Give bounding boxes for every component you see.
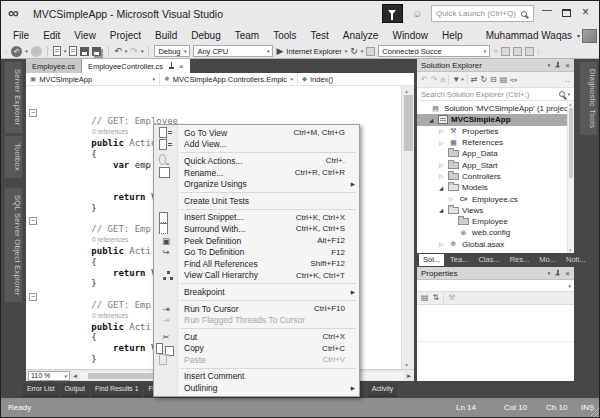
menu-item[interactable]: Analyze (336, 28, 386, 43)
menu-item[interactable]: Build (148, 28, 184, 43)
minimize-button[interactable]: — (542, 4, 552, 15)
expander-icon[interactable]: ▷ (439, 140, 448, 146)
scrollbar-thumb[interactable] (404, 95, 413, 151)
properties-toolbar-icon[interactable]: ⚒ (448, 294, 455, 302)
bottom-panel-tab[interactable]: Find Results 1 (91, 383, 142, 397)
quick-launch-input[interactable]: Quick Launch (Ctrl+Q) (431, 5, 534, 22)
bottom-panel-tab[interactable]: Activity (368, 383, 398, 397)
scrollbar-thumb[interactable] (569, 108, 573, 178)
refresh-caret-icon[interactable]: ▾ (361, 48, 364, 54)
window-position-caret-icon[interactable]: ▾ (548, 62, 551, 68)
find-in-files-icon[interactable] (501, 47, 510, 56)
document-tab-employeecontroller[interactable]: EmployeeController.cs × (82, 59, 190, 73)
tool-window-tab[interactable]: Sol... (419, 254, 444, 266)
navigate-back-caret-icon[interactable]: ▾ (25, 48, 28, 54)
scroll-down-icon[interactable]: ▾ (569, 247, 572, 253)
menu-item[interactable]: View (67, 28, 103, 43)
solution-explorer-toolbar-icon[interactable]: ▾ (461, 77, 464, 82)
undo-icon[interactable]: ↶ (114, 47, 122, 56)
scroll-down-icon[interactable]: ▾ (405, 361, 408, 368)
comment-icon[interactable] (513, 47, 522, 56)
context-menu-item[interactable]: Create Unit Tests (154, 195, 359, 207)
feedback-smiley-icon[interactable]: ☺ (412, 8, 422, 19)
expander-icon[interactable]: ▷ (449, 196, 458, 202)
solution-explorer-toolbar-icon[interactable]: ⊟ (490, 76, 497, 84)
save-all-icon[interactable] (92, 47, 101, 56)
bookmark-icon[interactable] (525, 47, 534, 56)
expander-icon[interactable]: ◢ (439, 185, 448, 191)
close-button[interactable]: × (582, 5, 589, 19)
member-dropdown[interactable]: ◆ Index() (298, 73, 414, 85)
menu-item[interactable]: Help (435, 28, 470, 43)
context-menu-item[interactable]: ⇥ Run Flagged Threads To Cursor (154, 314, 359, 326)
filter-button[interactable] (382, 4, 403, 23)
menu-item[interactable]: Edit (36, 28, 67, 43)
solution-explorer-toolbar-icon[interactable]: ↻ (480, 76, 487, 84)
tool-window-tab[interactable]: Mo... (535, 254, 560, 266)
close-panel-icon[interactable]: × (565, 269, 570, 278)
tree-row[interactable]: ◢ MVCSimpleApp (417, 114, 574, 125)
menu-item[interactable]: Debug (184, 28, 227, 43)
context-menu-item[interactable]: ↪ Go To Definition F12 (154, 246, 359, 258)
open-file-icon[interactable] (69, 46, 77, 56)
window-position-caret-icon[interactable]: ▾ (548, 270, 551, 276)
context-menu-item[interactable]: ⇥ Run To Cursor Ctrl+F10 (154, 303, 359, 315)
context-menu-item[interactable]: Copy Ctrl+C (154, 343, 359, 355)
expander-icon[interactable]: ◢ (429, 117, 438, 123)
solution-explorer-toolbar-icon[interactable]: ⌂ (440, 76, 445, 84)
menu-item[interactable]: Team (228, 28, 266, 43)
left-vertical-tab[interactable]: SQL Server Object Explorer (4, 187, 23, 303)
browser-target-button[interactable]: Internet Explorer (286, 47, 341, 56)
tree-row[interactable]: ⊛ web.config (417, 227, 574, 238)
tree-row[interactable]: ▤ Solution 'MVCSimpleApp' (1 project) (417, 103, 574, 114)
tool-window-tab[interactable]: Tea... (446, 254, 472, 266)
tree-row[interactable]: Employee (417, 216, 574, 227)
toolbar-overflow-grip[interactable]: ⁞ (537, 47, 539, 56)
pin-icon[interactable] (555, 270, 561, 276)
context-menu-item[interactable]: Surround With... Ctrl+K, Ctrl+S (154, 223, 359, 235)
scroll-up-icon[interactable]: ▴ (569, 101, 572, 107)
solution-explorer-toolbar-icon[interactable]: ⇄ (471, 76, 478, 84)
fold-collapse-icon[interactable]: − (29, 293, 37, 301)
context-menu-item[interactable]: ▣ Peek Definition Alt+F12 (154, 235, 359, 247)
refresh-icon[interactable]: ↻ (350, 47, 358, 56)
solution-explorer-title-bar[interactable]: Solution Explorer ▾ × (417, 59, 574, 72)
fold-collapse-icon[interactable]: − (29, 217, 37, 225)
context-menu-item[interactable]: Organize Usings ▶ (154, 178, 359, 190)
tree-row[interactable]: ▷ ⊕ Global.asax (417, 239, 574, 250)
context-menu-item[interactable]: Go To View Ctrl+M, Ctrl+G (154, 127, 359, 139)
tree-scrollbar[interactable]: ▴ ▾ (567, 101, 574, 253)
menu-item[interactable]: Window (385, 28, 435, 43)
solution-explorer-toolbar-icon[interactable]: <> (510, 77, 517, 83)
redo-icon[interactable]: ↷ (130, 47, 138, 56)
menu-item[interactable]: Tools (266, 28, 303, 43)
attach-icon[interactable] (366, 47, 375, 56)
pin-icon[interactable] (168, 62, 175, 70)
editor-zoom-select[interactable]: 110 % ▾ (28, 371, 70, 381)
document-tab-employee[interactable]: Employee.cs (26, 59, 82, 73)
menu-item[interactable]: File (6, 28, 36, 43)
properties-title-bar[interactable]: Properties ▾ × (417, 267, 574, 280)
solution-explorer-toolbar-icon[interactable]: ↷ (431, 76, 438, 84)
toolbar-overflow-icon[interactable]: » (493, 47, 498, 56)
context-menu-item[interactable]: View Call Hierarchy Ctrl+K, Ctrl+T (154, 270, 359, 282)
start-debugging-icon[interactable]: ▶ (276, 47, 283, 56)
context-menu-item[interactable]: Outlining ▶ (154, 382, 359, 394)
solution-configuration-select[interactable]: Debug ▾ (154, 45, 190, 57)
tree-row[interactable]: ▷ Controllers (417, 171, 574, 182)
expander-icon[interactable]: ▷ (439, 128, 448, 134)
redo-caret-icon[interactable]: ▾ (141, 48, 144, 54)
properties-toolbar-icon[interactable]: ⇅ (433, 294, 440, 302)
right-vertical-tab[interactable]: Diagnostic Tools (579, 61, 598, 136)
properties-toolbar-icon[interactable]: ▤ (421, 294, 429, 302)
user-avatar[interactable] (582, 29, 597, 43)
tree-row[interactable]: ▷ ▦ References (417, 137, 574, 148)
menu-item[interactable]: Test (304, 28, 336, 43)
tree-row[interactable]: ⊛ packages.config (417, 250, 574, 253)
context-menu-item[interactable]: Find All References Shift+F12 (154, 258, 359, 270)
context-menu-item[interactable]: Rename... Ctrl+R, Ctrl+R (154, 167, 359, 179)
left-vertical-tab[interactable]: Server Explorer (4, 61, 23, 134)
tree-row[interactable]: ▷ ⚒ Properties (417, 126, 574, 137)
tree-row[interactable]: ◢ Models (417, 182, 574, 193)
type-dropdown[interactable]: ❖ MVCSimpleApp.Controllers.Emplc ▾ (160, 73, 298, 85)
